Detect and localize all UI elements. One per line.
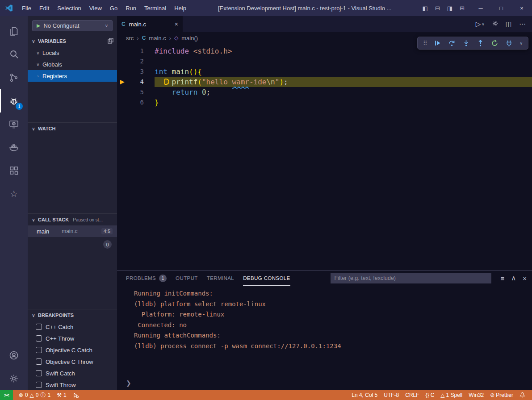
toggle-panel-icon[interactable]: ⊟: [432, 4, 443, 13]
code-line-content[interactable]: printf("hello wamr-ide\n");: [155, 77, 532, 87]
step-out-icon[interactable]: [477, 39, 484, 47]
maximize-button[interactable]: □: [491, 0, 511, 16]
tab-debug-console[interactable]: DEBUG CONSOLE: [243, 271, 290, 286]
menu-edit[interactable]: Edit: [35, 3, 53, 13]
checkbox[interactable]: [36, 324, 42, 330]
checkbox[interactable]: [36, 335, 42, 342]
platform-indicator[interactable]: Win32: [465, 392, 487, 398]
breakpoint-row[interactable]: C++ Catch: [28, 321, 117, 333]
extensions-icon[interactable]: [0, 159, 28, 182]
more-actions-icon[interactable]: ⋯: [519, 20, 526, 28]
source-control-icon[interactable]: [0, 66, 28, 89]
breadcrumb-file[interactable]: main.c: [149, 35, 166, 42]
customize-layout-icon[interactable]: ⊞: [457, 4, 468, 13]
console-filter-input[interactable]: [331, 273, 491, 283]
menu-view[interactable]: View: [85, 3, 106, 13]
checkbox[interactable]: [36, 347, 42, 353]
menu-help[interactable]: Help: [170, 3, 190, 13]
debug-console-output[interactable]: Running initCommands: (lldb) platform se…: [117, 286, 532, 390]
variables-header[interactable]: ∨ VARIABLES: [28, 35, 117, 47]
debug-config-dropdown[interactable]: ▶ No Configurat ∨: [32, 20, 113, 31]
code-line-content[interactable]: [155, 56, 532, 67]
menu-terminal[interactable]: Terminal: [140, 3, 170, 13]
collapse-all-icon[interactable]: [108, 38, 113, 45]
remote-indicator[interactable]: ><: [0, 390, 13, 400]
problems-status[interactable]: ⊗ 0 △ 0 ⓘ 1: [16, 390, 54, 400]
breadcrumb-symbol[interactable]: main(): [181, 35, 198, 42]
gutter-glyph[interactable]: [117, 87, 128, 97]
breadcrumb-folder[interactable]: src: [126, 35, 134, 42]
toggle-secondary-sidebar-icon[interactable]: ◨: [444, 4, 456, 13]
code-editor[interactable]: 1 #include <stdio.h> 2 3 int main(){ 4: [117, 44, 532, 270]
breakpoint-row[interactable]: C++ Throw: [28, 333, 117, 344]
breakpoint-row[interactable]: Objective C Catch: [28, 344, 117, 356]
chevron-down-icon[interactable]: ∨: [519, 41, 523, 46]
tab-output[interactable]: OUTPUT: [176, 271, 198, 286]
watch-header[interactable]: ∨ WATCH: [28, 123, 117, 134]
breakpoint-row[interactable]: Swift Catch: [28, 367, 117, 379]
search-icon[interactable]: [0, 43, 28, 66]
tab-terminal[interactable]: TERMINAL: [207, 271, 234, 286]
menu-file[interactable]: File: [18, 3, 35, 13]
settings-gear-icon[interactable]: [0, 367, 28, 390]
code-line-content[interactable]: return 0;: [155, 87, 532, 97]
checkbox[interactable]: [36, 370, 42, 376]
step-into-icon[interactable]: [462, 39, 470, 47]
variables-item-locals[interactable]: ∨ Locals: [28, 47, 117, 58]
eol-indicator[interactable]: CRLF: [402, 392, 422, 398]
restart-icon[interactable]: [491, 39, 498, 47]
gutter-glyph[interactable]: [117, 46, 128, 56]
minimize-button[interactable]: ─: [470, 0, 491, 16]
close-panel-icon[interactable]: ×: [523, 275, 527, 282]
notifications-bell-icon[interactable]: [516, 392, 528, 398]
close-tab-icon[interactable]: ×: [175, 21, 178, 28]
checkbox[interactable]: [36, 382, 42, 388]
code-line-content[interactable]: }: [155, 97, 532, 108]
tools-status[interactable]: ⚒ 1: [54, 390, 69, 400]
explorer-icon[interactable]: [0, 20, 28, 43]
breakpoint-row[interactable]: Swift Throw: [28, 379, 117, 390]
cursor-position[interactable]: Ln 4, Col 5: [348, 392, 381, 398]
start-debug-icon[interactable]: ▶: [37, 23, 40, 29]
menu-run[interactable]: Run: [121, 3, 140, 13]
account-icon[interactable]: [0, 344, 28, 367]
split-editor-icon[interactable]: ◫: [506, 20, 512, 28]
code-line-content[interactable]: int main(){: [155, 67, 532, 77]
debug-status-icon[interactable]: [70, 390, 82, 400]
variables-item-globals[interactable]: ∨ Globals: [28, 58, 117, 70]
console-input-chevron[interactable]: ❯: [126, 379, 131, 387]
continue-icon[interactable]: [434, 39, 441, 47]
docker-icon[interactable]: [0, 136, 28, 159]
spell-checker-status[interactable]: △ 1 Spell: [437, 392, 465, 398]
gutter-glyph[interactable]: [117, 56, 128, 67]
drag-handle-icon[interactable]: ⠿: [423, 40, 427, 46]
gutter-glyph[interactable]: [117, 67, 128, 77]
debug-current-line-arrow-icon[interactable]: [117, 77, 128, 87]
step-over-icon[interactable]: [448, 39, 456, 47]
remote-explorer-icon[interactable]: [0, 112, 28, 136]
stack-frame-row[interactable]: main main.c 4:5: [28, 225, 117, 237]
variables-item-registers[interactable]: › Registers: [28, 70, 117, 82]
formatter-status[interactable]: ⊘ Prettier: [487, 392, 516, 398]
filter-lines-icon[interactable]: ≡: [500, 275, 504, 282]
close-button[interactable]: ×: [511, 0, 532, 16]
gutter-glyph[interactable]: [117, 97, 128, 108]
checkbox[interactable]: [36, 358, 42, 365]
breakpoint-row[interactable]: Objective C Throw: [28, 356, 117, 367]
menu-selection[interactable]: Selection: [53, 3, 85, 13]
maximize-panel-icon[interactable]: ∧: [511, 274, 516, 282]
encoding-indicator[interactable]: UTF-8: [381, 392, 402, 398]
disconnect-icon[interactable]: [505, 39, 513, 47]
run-or-debug-button[interactable]: ▷ ∨: [476, 20, 485, 28]
breakpoints-header[interactable]: ∨ BREAKPOINTS: [28, 309, 117, 321]
editor-actions: ▷ ∨ ◫ ⋯: [476, 16, 532, 32]
call-stack-header[interactable]: ∨ CALL STACK Paused on st...: [28, 214, 117, 225]
menu-go[interactable]: Go: [106, 3, 121, 13]
star-extension-icon[interactable]: ☆: [0, 182, 28, 205]
tab-problems[interactable]: PROBLEMS 1: [126, 271, 167, 286]
toggle-sidebar-icon[interactable]: ◧: [419, 4, 431, 13]
run-and-debug-icon[interactable]: 1: [0, 89, 28, 112]
language-indicator[interactable]: {} C: [423, 392, 438, 398]
settings-gear-icon[interactable]: [492, 20, 498, 28]
tab-main-c[interactable]: C main.c ×: [117, 16, 183, 32]
